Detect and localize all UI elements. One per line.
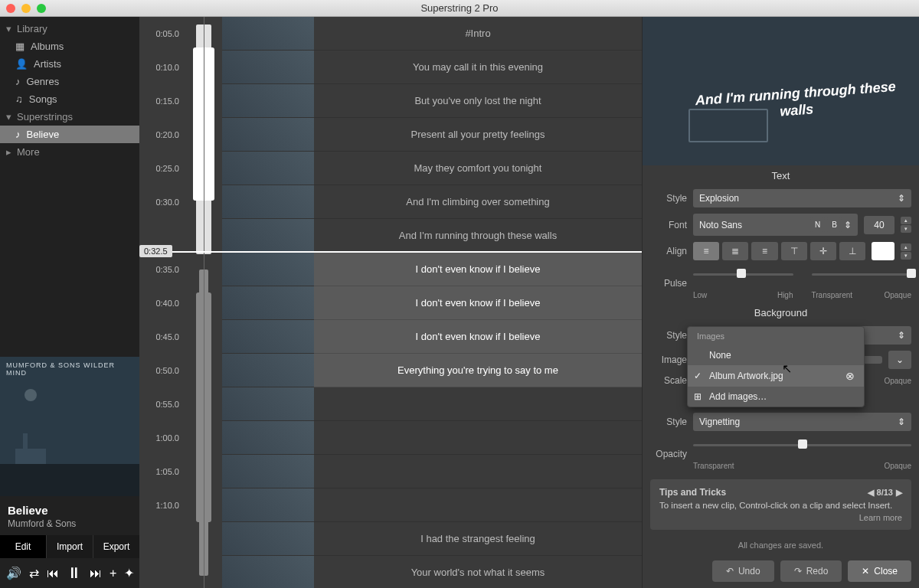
- timestamp: 1:05.0: [139, 455, 185, 488]
- clip-thumbnail[interactable]: [222, 455, 314, 488]
- clear-icon[interactable]: ⊗: [845, 370, 855, 382]
- clip-thumbnail[interactable]: [222, 84, 314, 118]
- undo-button[interactable]: ↶Undo: [712, 560, 774, 582]
- lyric-row[interactable]: But you've only lost the night: [314, 84, 642, 118]
- lyric-row[interactable]: I had the strangest feeling: [314, 522, 642, 556]
- sidebar-item-artists[interactable]: 👤Artists: [0, 55, 139, 73]
- lyric-row[interactable]: I don't even know if I believe: [314, 286, 642, 320]
- clip-thumbnail[interactable]: [222, 522, 314, 556]
- clip-thumbnail[interactable]: [222, 421, 314, 455]
- songs-icon: ♫: [15, 93, 23, 105]
- clip-thumbnail[interactable]: [222, 253, 314, 286]
- clip-thumbnail[interactable]: [222, 219, 314, 253]
- sidebar-item-albums[interactable]: ▦Albums: [0, 38, 139, 55]
- timestamp: 1:10.0: [139, 488, 185, 522]
- sidebar-item-current-song[interactable]: ♪Believe: [0, 126, 139, 143]
- text-opacity-slider[interactable]: [812, 266, 912, 280]
- text-style-select[interactable]: Explosion⇕: [693, 189, 911, 207]
- add-icon[interactable]: +: [110, 567, 116, 580]
- edit-button[interactable]: Edit: [0, 535, 47, 558]
- lyric-row[interactable]: [314, 421, 642, 455]
- shuffle-icon[interactable]: ⇄: [29, 566, 39, 580]
- clip-thumbnail[interactable]: [222, 320, 314, 354]
- effect-opacity-slider[interactable]: [693, 437, 911, 451]
- lyric-row[interactable]: And I'm running through these walls: [314, 219, 642, 253]
- next-icon[interactable]: ⏭: [90, 567, 102, 580]
- play-pause-icon[interactable]: ⏸: [67, 564, 82, 582]
- bg-image-aux-select[interactable]: ⌄: [888, 351, 911, 369]
- tips-prev-icon[interactable]: ◀: [868, 488, 874, 498]
- lyric-row[interactable]: Your world's not what it seems: [314, 556, 642, 588]
- export-button[interactable]: Export: [93, 535, 139, 558]
- clip-thumbnail[interactable]: [222, 556, 314, 588]
- clip-thumbnail[interactable]: [222, 286, 314, 320]
- inspector: And I'm running through these walls Text…: [642, 17, 919, 588]
- check-icon: ✓: [694, 371, 702, 381]
- stepper-down-icon[interactable]: ▾: [901, 225, 911, 233]
- waveform-column[interactable]: [185, 17, 222, 588]
- align-center-button[interactable]: ≣: [722, 242, 748, 260]
- lyric-row[interactable]: Present all your pretty feelings: [314, 118, 642, 152]
- lyric-row[interactable]: [314, 387, 642, 421]
- tag-icon[interactable]: ✦: [124, 566, 134, 580]
- stepper-up-icon[interactable]: ▴: [901, 217, 911, 224]
- align-right-button[interactable]: ≡: [751, 242, 777, 260]
- window-minimize-icon[interactable]: [21, 4, 31, 13]
- dropdown-item-add[interactable]: ⊞Add images…: [688, 387, 864, 407]
- clip-thumbnail[interactable]: [222, 51, 314, 84]
- stepper-down-icon[interactable]: ▾: [901, 252, 911, 260]
- font-label: Font: [650, 220, 687, 230]
- lyric-row[interactable]: And I'm climbing over something: [314, 185, 642, 219]
- lyric-row[interactable]: [314, 455, 642, 488]
- clip-thumbnail[interactable]: [222, 387, 314, 421]
- import-button[interactable]: Import: [47, 535, 93, 558]
- dropdown-item-selected[interactable]: ✓ Album Artwork.jpg ⊗: [688, 365, 864, 387]
- align-top-button[interactable]: ⊤: [781, 242, 807, 260]
- sidebar-item-songs[interactable]: ♫Songs: [0, 90, 139, 108]
- font-select[interactable]: Noto SansNB⇕: [693, 214, 858, 236]
- tips-next-icon[interactable]: ▶: [896, 488, 902, 498]
- playhead-line[interactable]: [139, 251, 642, 253]
- lyric-row[interactable]: I don't even know if I believe: [314, 253, 642, 286]
- thumbnail-column: [222, 17, 314, 588]
- close-button[interactable]: ✕Close: [848, 560, 911, 582]
- save-status: All changes are saved.: [643, 536, 919, 554]
- pulse-slider[interactable]: [693, 266, 793, 280]
- disclosure-icon: ▾: [6, 111, 11, 122]
- font-normal-button[interactable]: N: [810, 217, 825, 232]
- lyric-row[interactable]: Everything you're trying to say to me: [314, 354, 642, 387]
- sidebar-item-genres[interactable]: ♪Genres: [0, 73, 139, 90]
- align-bottom-button[interactable]: ⊥: [839, 242, 865, 260]
- learn-more-link[interactable]: Learn more: [859, 513, 902, 522]
- clip-thumbnail[interactable]: [222, 118, 314, 152]
- lyric-row[interactable]: You may call it in this evening: [314, 51, 642, 84]
- app-title: Superstring 2 Pro: [0, 2, 919, 14]
- effect-style-select[interactable]: Vignetting⇕: [693, 413, 911, 431]
- clip-thumbnail[interactable]: [222, 185, 314, 219]
- stepper-up-icon[interactable]: ▴: [901, 243, 911, 251]
- sidebar-section-library[interactable]: ▾Library: [0, 20, 139, 38]
- lyric-row[interactable]: I don't even know if I believe: [314, 320, 642, 354]
- window-close-icon[interactable]: [6, 4, 15, 13]
- font-size-input[interactable]: [864, 216, 894, 234]
- album-artwork: MUMFORD & SONS WILDER MIND: [0, 357, 139, 496]
- disclosure-icon: ▾: [6, 23, 11, 34]
- clip-thumbnail[interactable]: [222, 17, 314, 51]
- clip-thumbnail[interactable]: [222, 488, 314, 522]
- previous-icon[interactable]: ⏮: [47, 567, 59, 580]
- align-middle-button[interactable]: ✛: [810, 242, 836, 260]
- volume-icon[interactable]: 🔊: [6, 566, 21, 580]
- dropdown-item-none[interactable]: None: [688, 345, 864, 365]
- sidebar-section-superstrings[interactable]: ▾Superstrings: [0, 108, 139, 126]
- redo-button[interactable]: ↷Redo: [780, 560, 842, 582]
- font-bold-button[interactable]: B: [827, 217, 842, 232]
- align-left-button[interactable]: ≡: [693, 242, 719, 260]
- lyric-row[interactable]: #Intro: [314, 17, 642, 51]
- window-zoom-icon[interactable]: [37, 4, 46, 13]
- lyric-row[interactable]: [314, 488, 642, 522]
- text-color-picker[interactable]: [872, 242, 894, 260]
- clip-thumbnail[interactable]: [222, 354, 314, 387]
- clip-thumbnail[interactable]: [222, 152, 314, 185]
- sidebar-section-more[interactable]: ▸More: [0, 143, 139, 161]
- lyric-row[interactable]: May they comfort you tonight: [314, 152, 642, 185]
